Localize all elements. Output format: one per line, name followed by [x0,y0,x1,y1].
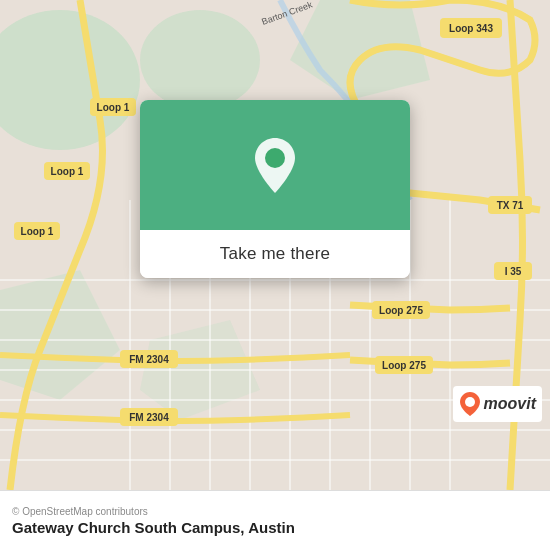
svg-point-2 [140,10,260,110]
take-me-there-button[interactable]: Take me there [140,230,410,278]
svg-text:Loop 1: Loop 1 [21,226,54,237]
svg-text:FM 2304: FM 2304 [129,412,169,423]
svg-text:Loop 275: Loop 275 [382,360,426,371]
location-title: Gateway Church South Campus, Austin [12,519,538,536]
moovit-text: moovit [484,395,536,413]
svg-text:Loop 343: Loop 343 [449,23,493,34]
svg-text:TX 71: TX 71 [497,200,524,211]
bottom-bar: © OpenStreetMap contributors Gateway Chu… [0,490,550,550]
card-overlay: Take me there [140,100,410,278]
svg-point-44 [465,397,475,407]
svg-text:I 35: I 35 [505,266,522,277]
moovit-pin-icon [459,390,481,418]
svg-point-43 [265,148,285,168]
map-container: Loop 343 Loop 1 Loop 1 Loop 1 TX 71 I 35… [0,0,550,490]
svg-text:Loop 1: Loop 1 [51,166,84,177]
card-map-area [140,100,410,230]
svg-text:Loop 275: Loop 275 [379,305,423,316]
moovit-logo: moovit [453,386,542,422]
svg-text:Loop 1: Loop 1 [97,102,130,113]
svg-text:FM 2304: FM 2304 [129,354,169,365]
location-pin-icon [250,133,300,198]
attribution-text: © OpenStreetMap contributors [12,506,538,517]
